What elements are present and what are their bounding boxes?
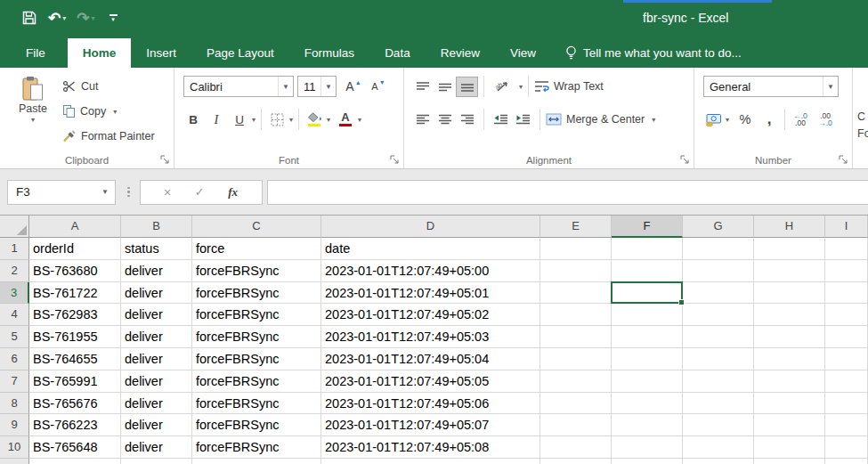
alignment-dialog-launcher-icon[interactable]: [680, 155, 690, 165]
merge-center-button[interactable]: Merge & Center ▾: [546, 113, 655, 126]
tab-page-layout[interactable]: Page Layout: [191, 38, 289, 68]
cell-E2[interactable]: [540, 260, 612, 282]
conditional-formatting-clipped-label[interactable]: C Fo: [857, 109, 868, 142]
cell-D4[interactable]: 2023-01-01T12:07:49+05:02: [321, 304, 540, 326]
underline-dropdown-icon[interactable]: ▾: [252, 116, 256, 124]
row-header-8[interactable]: 8: [0, 393, 29, 415]
row-header-2[interactable]: 2: [0, 260, 29, 282]
chevron-down-icon[interactable]: ▼: [278, 77, 293, 96]
cell-E4[interactable]: [540, 304, 612, 326]
cell-E9[interactable]: [540, 414, 612, 436]
cell-F6[interactable]: [612, 348, 683, 370]
cell-F1[interactable]: [612, 238, 683, 260]
cell-D5[interactable]: 2023-01-01T12:07:49+05:03: [321, 326, 540, 348]
cell-I3[interactable]: [825, 282, 868, 305]
cell-F2[interactable]: [612, 260, 683, 282]
undo-dropdown-icon[interactable]: ▾: [62, 14, 66, 22]
cell-I4[interactable]: [825, 304, 868, 326]
comma-style-button[interactable]: ,: [759, 109, 779, 130]
italic-button[interactable]: I: [207, 109, 226, 130]
cell-D2[interactable]: 2023-01-01T12:07:49+05:00: [321, 260, 540, 282]
cut-button[interactable]: Cut: [62, 76, 155, 97]
tab-data[interactable]: Data: [369, 38, 426, 68]
align-right-button[interactable]: [456, 110, 478, 130]
cell-D8[interactable]: 2023-01-01T12:07:49+05:06: [321, 393, 540, 415]
cell-A10[interactable]: BS-765648: [29, 436, 121, 459]
decrease-indent-button[interactable]: [490, 110, 512, 130]
cell-A1[interactable]: orderId: [29, 238, 121, 260]
cell-B6[interactable]: deliver: [121, 348, 192, 370]
tab-home[interactable]: Home: [68, 38, 132, 68]
column-header-C[interactable]: C: [192, 216, 321, 238]
cell-G8[interactable]: [683, 393, 754, 415]
bold-button[interactable]: B: [183, 109, 203, 130]
cell-F4[interactable]: [612, 304, 683, 326]
customize-quick-access-button[interactable]: ▾: [110, 14, 118, 21]
percent-style-button[interactable]: %: [735, 109, 755, 130]
clipboard-dialog-launcher-icon[interactable]: [160, 155, 170, 165]
decrease-decimal-button[interactable]: .00 →.0: [815, 109, 835, 130]
row-header-5[interactable]: 5: [0, 326, 29, 348]
column-header-G[interactable]: G: [683, 216, 754, 238]
cell-A9[interactable]: BS-766223: [29, 414, 121, 436]
format-painter-button[interactable]: Format Painter: [62, 126, 155, 147]
cell-C4[interactable]: forceFBRSync: [192, 304, 321, 326]
chevron-down-icon[interactable]: ▼: [320, 77, 336, 96]
cell-B10[interactable]: deliver: [121, 436, 192, 459]
cell-H10[interactable]: [754, 436, 825, 459]
cell-A5[interactable]: BS-761955: [29, 326, 121, 348]
decrease-font-size-button[interactable]: A ▼: [369, 76, 388, 97]
cell-C10[interactable]: forceFBRSync: [192, 436, 321, 459]
cell-I11[interactable]: [825, 459, 868, 464]
cell-G11[interactable]: [683, 459, 754, 464]
cell-A2[interactable]: BS-763680: [29, 260, 121, 282]
cell-E1[interactable]: [540, 238, 612, 260]
column-header-B[interactable]: B: [121, 216, 192, 238]
cell-A3[interactable]: BS-761722: [29, 282, 121, 305]
cell-C2[interactable]: forceFBRSync: [192, 260, 321, 282]
cell-E7[interactable]: [540, 370, 612, 393]
cell-E8[interactable]: [540, 393, 612, 415]
cell-H2[interactable]: [754, 260, 825, 282]
row-header-9[interactable]: 9: [0, 414, 29, 436]
cell-A4[interactable]: BS-762983: [29, 304, 121, 326]
cell-B7[interactable]: deliver: [121, 370, 192, 393]
paste-button[interactable]: Paste ▾: [11, 76, 55, 124]
cell-I10[interactable]: [825, 436, 868, 459]
font-color-button[interactable]: A: [336, 109, 355, 130]
cell-D3[interactable]: 2023-01-01T12:07:49+05:01: [321, 282, 540, 305]
cell-B8[interactable]: deliver: [121, 393, 192, 415]
cell-A11[interactable]: [29, 459, 121, 464]
cell-I9[interactable]: [825, 414, 868, 436]
cell-E6[interactable]: [540, 348, 612, 370]
formula-bar-drag-handle[interactable]: [127, 187, 130, 198]
cell-G1[interactable]: [683, 238, 754, 260]
font-name-combo[interactable]: Calibri ▼: [183, 76, 294, 97]
align-left-button[interactable]: [411, 110, 434, 130]
cell-F8[interactable]: [612, 393, 683, 415]
row-header-11[interactable]: 11: [0, 459, 29, 464]
row-header-7[interactable]: 7: [0, 370, 29, 393]
column-header-I[interactable]: I: [825, 216, 868, 238]
save-button[interactable]: [21, 10, 37, 26]
cell-D9[interactable]: 2023-01-01T12:07:49+05:07: [321, 414, 540, 436]
cell-E5[interactable]: [540, 326, 612, 348]
bottom-align-button[interactable]: [456, 77, 478, 97]
cell-D6[interactable]: 2023-01-01T12:07:49+05:04: [321, 348, 540, 370]
cell-I6[interactable]: [825, 348, 868, 370]
cell-C6[interactable]: forceFBRSync: [192, 348, 321, 370]
cell-F10[interactable]: [612, 436, 683, 459]
cell-B11[interactable]: [121, 459, 192, 464]
select-all-button[interactable]: [0, 216, 29, 238]
cell-C3[interactable]: forceFBRSync: [192, 282, 321, 305]
cell-B4[interactable]: deliver: [121, 304, 192, 326]
cell-I7[interactable]: [825, 370, 868, 393]
cell-C11[interactable]: [192, 459, 321, 464]
cell-H5[interactable]: [754, 326, 825, 348]
insert-function-icon[interactable]: fx: [228, 185, 238, 199]
cell-F11[interactable]: [612, 459, 683, 464]
borders-dropdown-icon[interactable]: ▾: [289, 116, 293, 124]
column-header-E[interactable]: E: [540, 216, 612, 238]
fill-color-dropdown-icon[interactable]: ▾: [327, 116, 330, 124]
cell-H1[interactable]: [754, 238, 825, 260]
